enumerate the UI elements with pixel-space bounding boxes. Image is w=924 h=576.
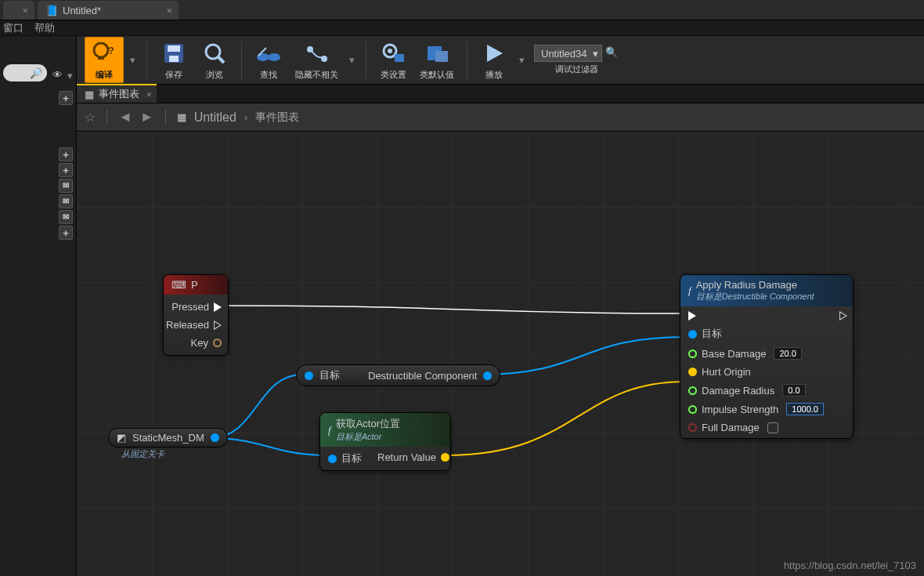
pin-full-damage[interactable]: Full Damage: [688, 422, 824, 433]
pin-hurt-origin[interactable]: Hurt Origin: [688, 366, 824, 378]
book-icon: 📘: [45, 5, 58, 16]
search-icon[interactable]: 🔍: [605, 46, 619, 60]
pin-key[interactable]: Key: [191, 337, 222, 349]
compile-button[interactable]: ? 编译: [85, 37, 124, 83]
pin-target[interactable]: [305, 371, 313, 380]
mail-button[interactable]: ✉: [59, 210, 73, 224]
node-input-key[interactable]: ⌨P Pressed Released Key: [163, 274, 229, 356]
pin-pressed[interactable]: Pressed: [171, 301, 222, 313]
document-title: Untitled*: [63, 5, 101, 16]
add-button[interactable]: +: [59, 91, 73, 105]
svg-rect-1: [98, 56, 104, 60]
svg-rect-17: [435, 51, 448, 62]
svg-point-0: [94, 43, 108, 57]
debug-filter-select[interactable]: Untitled34: [534, 45, 602, 62]
main-tab[interactable]: ×: [3, 1, 34, 20]
mail-button[interactable]: ✉: [59, 194, 73, 208]
breadcrumb-root[interactable]: Untitled: [194, 110, 236, 125]
add-button[interactable]: +: [59, 226, 73, 240]
component-icon: ◩: [117, 432, 126, 444]
hide-dropdown[interactable]: ▾: [346, 54, 358, 66]
search-icon: 🔎: [30, 67, 42, 79]
graph-icon: ▦: [85, 89, 94, 100]
hide-unrelated-button[interactable]: 隐藏不相关: [291, 38, 343, 82]
pin-damage-radius[interactable]: Damage Radius0.0: [688, 384, 824, 397]
node-apply-radius-damage[interactable]: f Apply Radius Damage 目标是Destructible Co…: [680, 274, 854, 439]
svg-rect-4: [168, 45, 180, 52]
tab-event-graph[interactable]: ▦ 事件图表 ×: [77, 84, 157, 103]
pin-target[interactable]: 目标: [688, 327, 824, 341]
visibility-button[interactable]: 👁: [50, 67, 64, 82]
document-tab[interactable]: 📘 Untitled* ×: [38, 1, 179, 20]
find-button[interactable]: 查找: [250, 38, 287, 82]
add-button[interactable]: +: [59, 163, 73, 177]
class-settings-button[interactable]: 类设置: [374, 38, 412, 82]
svg-marker-18: [487, 45, 503, 62]
function-icon: f: [328, 424, 331, 437]
compile-dropdown[interactable]: ▾: [127, 54, 139, 66]
node-get-actor-location[interactable]: f 获取Actor位置 目标是Actor 目标 Return Value: [319, 412, 451, 471]
toolbar: ? 编译 ▾ 保存 浏览 查找 隐藏不相关 ▾: [77, 36, 924, 85]
pin-output[interactable]: [483, 371, 492, 380]
pin-exec-in[interactable]: [688, 311, 824, 321]
play-dropdown[interactable]: ▾: [516, 54, 528, 66]
svg-rect-15: [395, 54, 404, 62]
close-icon[interactable]: ×: [146, 89, 152, 100]
nav-back-button[interactable]: ◄: [118, 109, 132, 125]
save-button[interactable]: 保存: [155, 38, 193, 82]
pin-output[interactable]: [211, 433, 219, 442]
add-button[interactable]: +: [59, 147, 73, 161]
class-defaults-button[interactable]: 类默认值: [415, 38, 459, 82]
debug-filter-label: 调试过滤器: [555, 63, 598, 75]
pin-base-damage[interactable]: Base Damage20.0: [688, 347, 824, 360]
menu-bar: 窗口 帮助: [0, 20, 924, 36]
graph-icon: ▦: [177, 111, 186, 123]
app-tab-bar: × 📘 Untitled* ×: [0, 0, 924, 20]
close-icon[interactable]: ×: [166, 5, 172, 16]
breadcrumb-current[interactable]: 事件图表: [255, 110, 299, 125]
favorite-icon[interactable]: ☆: [85, 110, 96, 125]
nav-forward-button[interactable]: ►: [140, 109, 154, 125]
chevron-right-icon: ›: [244, 111, 247, 123]
pin-impulse-strength[interactable]: Impulse Strength1000.0: [688, 403, 824, 415]
svg-line-7: [218, 57, 224, 63]
watermark: https://blog.csdn.net/lei_7103: [784, 560, 916, 571]
search-input[interactable]: 🔎: [3, 64, 47, 82]
svg-rect-5: [169, 56, 179, 62]
node-destructible-component[interactable]: 目标 Destructible Component: [296, 364, 500, 386]
left-panel: 🔎 👁 ▾ + + + ✉ ✉ ✉ +: [0, 36, 77, 576]
node-variable-ref[interactable]: ◩ StaticMesh_DM 从固定关卡: [108, 428, 228, 447]
close-icon[interactable]: ×: [22, 5, 28, 16]
menu-help[interactable]: 帮助: [34, 21, 55, 35]
event-graph-canvas[interactable]: ⌨P Pressed Released Key ◩ StaticMesh_DM …: [77, 132, 924, 576]
svg-point-6: [206, 45, 220, 59]
pin-exec-out[interactable]: [839, 311, 847, 321]
mail-button[interactable]: ✉: [59, 179, 73, 193]
function-icon: f: [688, 284, 691, 297]
menu-window[interactable]: 窗口: [3, 21, 23, 35]
keyboard-icon: ⌨: [171, 279, 186, 291]
pin-target[interactable]: 目标: [328, 451, 362, 466]
svg-text:?: ?: [108, 45, 114, 56]
play-button[interactable]: 播放: [475, 38, 513, 82]
svg-point-14: [388, 49, 392, 53]
browse-button[interactable]: 浏览: [196, 38, 233, 82]
pin-return-value[interactable]: Return Value: [377, 451, 449, 463]
pin-released[interactable]: Released: [166, 319, 222, 331]
graph-tab-bar: ▦ 事件图表 ×: [77, 85, 924, 103]
svg-point-9: [268, 53, 280, 61]
chevron-down-icon[interactable]: ▾: [67, 70, 73, 82]
breadcrumb-bar: ☆ ◄ ► ▦ Untitled › 事件图表: [77, 103, 924, 132]
